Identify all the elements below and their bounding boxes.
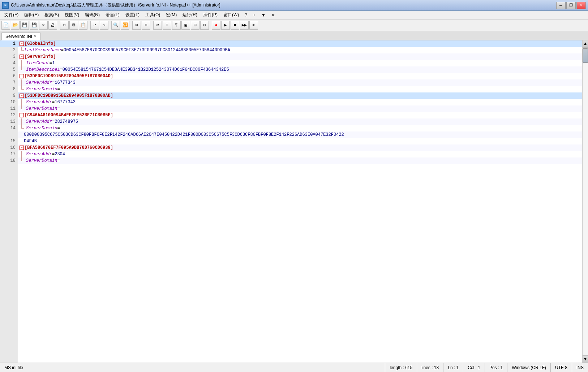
- code-line-13[interactable]: ServerAddr=282748975: [18, 118, 582, 125]
- code-line-10[interactable]: ServerAddr=16777343: [18, 99, 582, 105]
- fold-icon-9[interactable]: −: [20, 94, 24, 98]
- menu-item-[interactable]: ▼: [258, 12, 269, 18]
- line-num-13: 13: [0, 118, 18, 125]
- close-button[interactable]: ✕: [576, 2, 586, 9]
- code-line-6[interactable]: − [53DFDC19D8915BE2894905F1B70B00AD]: [18, 73, 582, 79]
- line-num-11: 11: [0, 105, 18, 112]
- status-col: Col : 1: [463, 363, 485, 372]
- key-serverdomain-8: ServerDomain: [26, 86, 57, 92]
- key-serveraddr-7: ServerAddr: [26, 79, 52, 86]
- code-line-2[interactable]: LastServerName=00054E587E870CDC390C579C0…: [18, 47, 582, 53]
- code-line-3[interactable]: − [ServerInfo]: [18, 53, 582, 60]
- code-line-14-cont[interactable]: 000D00395C675C503CD63CF80FBF0F8E2F142F24…: [18, 131, 582, 138]
- fold-icon-6[interactable]: −: [20, 74, 24, 78]
- menu-item-w[interactable]: 窗口(W): [220, 11, 242, 19]
- run-all-button[interactable]: ⊳: [249, 21, 258, 30]
- fold-corner-8: [20, 86, 24, 92]
- code-line-5[interactable]: ItemDescribe1=00054E581547671C54DE3A4E39…: [18, 66, 582, 73]
- menu-item-[interactable]: ?: [242, 12, 250, 18]
- line-num-5: 5: [0, 66, 18, 73]
- tab-close-button[interactable]: ✕: [34, 34, 37, 38]
- val-itemdescribe1: 00054E581547671C54DE3A4E39B341B22D125243…: [63, 66, 229, 73]
- paste-button[interactable]: 📋: [79, 21, 87, 30]
- code-line-4[interactable]: ItemCount=1: [18, 60, 582, 66]
- menu-item-s[interactable]: 搜索(S): [42, 11, 62, 19]
- stop-button[interactable]: ■: [231, 21, 239, 30]
- open-button[interactable]: 📂: [11, 21, 20, 30]
- format-button[interactable]: ¶: [172, 21, 181, 30]
- code-line-14-cont2[interactable]: D4F4B: [18, 138, 582, 144]
- menu-item-e[interactable]: 编辑(E): [21, 11, 42, 19]
- scroll-thumb[interactable]: [583, 48, 588, 63]
- code-area[interactable]: − [GlobalInfo] LastServerName=00054E587E…: [18, 40, 582, 363]
- new-button[interactable]: 📄: [1, 21, 10, 30]
- code-line-17[interactable]: ServerDomain=: [18, 157, 582, 164]
- key-serverdomain-14: ServerDomain: [26, 125, 57, 131]
- fold-corner-5: [20, 66, 24, 73]
- fold-line-13: [20, 118, 24, 125]
- restore-button[interactable]: ❐: [566, 2, 576, 9]
- menu-item-v[interactable]: 视图(V): [62, 11, 82, 19]
- column-mode-button[interactable]: ⊞: [191, 21, 199, 30]
- code-line-1[interactable]: − [GlobalInfo]: [18, 40, 582, 47]
- fold-icon-3[interactable]: −: [20, 55, 24, 59]
- scroll-down-button[interactable]: ▼: [583, 355, 588, 363]
- close-file-button[interactable]: ✕: [39, 21, 48, 30]
- run-button[interactable]: ▶▶: [240, 21, 249, 30]
- menu-item-l[interactable]: 语言(L): [103, 11, 123, 19]
- menu-item-p[interactable]: 插件(P): [200, 11, 220, 19]
- fold-corner-14: [20, 125, 24, 131]
- menu-item-m[interactable]: 宏(M): [163, 11, 180, 19]
- find-button[interactable]: 🔍: [111, 21, 120, 30]
- code-line-15[interactable]: − [BFA586070EF7F095A9DB70D760CD6939]: [18, 144, 582, 151]
- fold-icon-12[interactable]: −: [20, 113, 24, 117]
- menu-item-[interactable]: ✕: [269, 12, 278, 18]
- status-bar: MS ini file length : 615 lines : 18 Ln :…: [0, 363, 588, 372]
- menu-item-n[interactable]: 编码(N): [82, 11, 103, 19]
- menu-item-[interactable]: +: [250, 12, 258, 18]
- scroll-track[interactable]: [583, 48, 588, 355]
- scroll-up-button[interactable]: ▲: [583, 40, 588, 48]
- distraction-free-button[interactable]: ⊡: [200, 21, 209, 30]
- menu-item-t[interactable]: 设置(T): [123, 11, 142, 19]
- scrollbar-right[interactable]: ▲ ▼: [582, 40, 588, 363]
- val-itemcount: 1: [52, 60, 55, 66]
- code-line-16[interactable]: ServerAddr=2304: [18, 151, 582, 157]
- section-serverinfo: [ServerInfo]: [25, 53, 56, 60]
- key-serveraddr-10: ServerAddr: [26, 99, 52, 105]
- tab-serverinfo[interactable]: ServerInfo.INI ✕: [1, 33, 40, 40]
- cut-button[interactable]: ✂: [60, 21, 69, 30]
- undo-button[interactable]: ↩: [90, 21, 99, 30]
- zoom-out-button[interactable]: ⊖: [142, 21, 150, 30]
- key-serverdomain-17: ServerDomain: [26, 157, 57, 164]
- key-serveraddr-13: ServerAddr: [26, 118, 52, 125]
- code-line-14[interactable]: ServerDomain=: [18, 125, 582, 131]
- indent-button[interactable]: ≡: [163, 21, 171, 30]
- save-button[interactable]: 💾: [20, 21, 29, 30]
- copy-button[interactable]: ⧉: [69, 21, 78, 30]
- wrap-button[interactable]: ⇄: [153, 21, 162, 30]
- menu-item-f[interactable]: 文件(F): [1, 11, 21, 19]
- code-line-9[interactable]: − [53DFDC19D8915BE2894905F1B70B00AD]: [18, 92, 582, 99]
- code-line-12[interactable]: − [C946AA8100094B4FE2FE52BF71CB0B5E]: [18, 112, 582, 118]
- code-line-8[interactable]: ServerDomain=: [18, 86, 582, 92]
- code-line-11[interactable]: ServerDomain=: [18, 105, 582, 112]
- fold-icon-15[interactable]: −: [20, 146, 24, 150]
- code-line-18[interactable]: [18, 164, 582, 170]
- record-button[interactable]: ●: [212, 21, 220, 30]
- highlight-button[interactable]: ▣: [181, 21, 190, 30]
- minimize-button[interactable]: ─: [556, 2, 566, 9]
- menu-item-r[interactable]: 运行(R): [180, 11, 200, 19]
- code-line-7[interactable]: ServerAddr=16777343: [18, 79, 582, 86]
- replace-button[interactable]: 🔁: [121, 21, 129, 30]
- fold-icon-1[interactable]: −: [20, 42, 24, 46]
- save-all-button[interactable]: 💾: [30, 21, 38, 30]
- status-file-type: MS ini file: [0, 363, 385, 372]
- redo-button[interactable]: ↪: [100, 21, 108, 30]
- key-itemdescribe1: ItemDescribe1: [26, 66, 60, 73]
- print-button[interactable]: 🖨: [48, 21, 57, 30]
- zoom-in-button[interactable]: ⊕: [132, 21, 141, 30]
- menu-item-o[interactable]: 工具(O): [142, 11, 163, 19]
- key-serveraddr-16: ServerAddr: [26, 151, 52, 157]
- play-button[interactable]: ▶: [221, 21, 230, 30]
